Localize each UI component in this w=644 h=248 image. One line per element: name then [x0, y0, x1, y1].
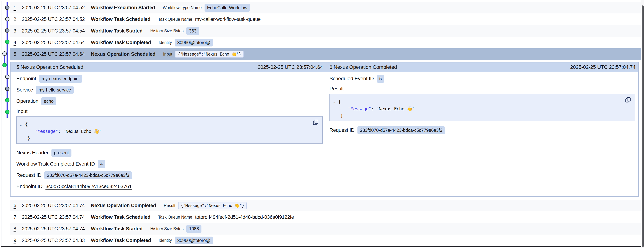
event-attr-label: Result	[164, 203, 175, 208]
event-timestamp: 2025-02-25 UTC 23:57:04.83	[22, 238, 85, 243]
field-wtc-event-id: Workflow Task Completed Event ID 4	[16, 158, 323, 170]
timeline-dot-event-6	[3, 63, 6, 67]
event-detail-completed: 6 Nexus Operation Completed 2025-02-25 U…	[326, 62, 638, 196]
history-event-row-6[interactable]: 6 2025-02-25 UTC 23:57:04.74 Nexus Opera…	[10, 200, 642, 211]
copy-icon[interactable]	[625, 97, 631, 103]
event-name: Workflow Execution Started	[91, 5, 155, 10]
event-detail-header[interactable]: 6 Nexus Operation Completed 2025-02-25 U…	[326, 62, 638, 72]
json-key: "Message"	[35, 129, 58, 134]
json-open-brace: {	[25, 122, 28, 127]
copy-icon[interactable]	[312, 119, 319, 126]
event-attr-label: Task Queue Name	[158, 215, 192, 220]
event-name: Workflow Task Started	[91, 226, 142, 232]
event-id-link[interactable]: 3	[12, 28, 18, 34]
event-timestamp: 2025-02-25 UTC 23:57:04.74	[22, 226, 85, 232]
event-attr-label: Task Queue Name	[158, 17, 192, 22]
event-timestamp: 2025-02-25 UTC 23:57:04.64	[22, 51, 85, 57]
field-service: Service my-hello-service	[16, 84, 323, 95]
field-label: Endpoint	[16, 76, 36, 81]
result-json-viewer: ⌄{ "Message": "Nexus Echo 👋" }	[330, 94, 635, 121]
field-label: Request ID	[16, 172, 42, 178]
event-id-link[interactable]: 6	[12, 203, 18, 209]
event-attr-badge: 30960@totoro@	[175, 237, 213, 244]
event-id-link[interactable]: 1	[12, 5, 18, 10]
collapse-chevron-icon[interactable]: ⌄	[333, 99, 338, 105]
event-id-link[interactable]: 5	[12, 51, 18, 57]
field-label: Nexus Header	[16, 150, 48, 156]
history-event-row-4[interactable]: 4 2025-02-25 UTC 23:57:04.64 Workflow Ta…	[10, 37, 642, 48]
event-attr-label: History Size Bytes	[150, 28, 184, 33]
task-queue-link[interactable]: totoro:f494fecf-2d51-4d48-bdcd-036a0f912…	[195, 215, 294, 220]
event-detail-timestamp: 2025-02-25 UTC 23:57:04.74	[570, 64, 636, 70]
field-operation: Operation echo	[16, 95, 323, 107]
field-request-id: Request ID 283fd070-d57a-4423-bdca-c5c77…	[330, 125, 635, 136]
event-attr-json-badge: {"Message":"Nexus Echo 👋"}	[175, 51, 244, 58]
json-key: "Message"	[348, 106, 371, 111]
event-timestamp: 2025-02-25 UTC 23:57:04.52	[22, 5, 85, 10]
field-label: Request ID	[330, 127, 354, 133]
event-timestamp: 2025-02-25 UTC 23:57:04.64	[22, 40, 85, 45]
history-rows-bottom: 6 2025-02-25 UTC 23:57:04.74 Nexus Opera…	[10, 200, 642, 246]
timeline-dot-event-5	[3, 52, 6, 55]
field-value-badge: my-nexus-endpoint	[39, 75, 82, 83]
vertical-scrollbar-track[interactable]	[641, 0, 644, 248]
event-timeline-graph	[0, 0, 10, 123]
field-nexus-header: Nexus Header present	[16, 147, 323, 158]
event-detail-header[interactable]: 5 Nexus Operation Scheduled 2025-02-25 U…	[10, 62, 326, 72]
task-queue-link[interactable]: my-caller-workflow-task-queue	[195, 16, 260, 22]
input-label: Input	[16, 107, 323, 115]
field-value-badge: 283fd070-d57a-4423-bdca-c5c779e6a3f3	[358, 126, 445, 134]
history-event-row-1[interactable]: 1 2025-02-25 UTC 23:57:04.52 Workflow Ex…	[10, 2, 642, 13]
event-attr-label: Workflow Type Name	[163, 5, 202, 10]
event-name: Workflow Task Scheduled	[91, 16, 150, 22]
event-id-link[interactable]: 8	[12, 226, 18, 232]
event-id-link[interactable]: 2	[12, 16, 18, 22]
timeline-dot-event-4	[6, 40, 9, 44]
history-end-divider	[1, 246, 641, 247]
timeline-dot-event-10	[6, 110, 9, 114]
endpoint-id-link[interactable]: 3c0c75ccfa8144b092c13ce632463761	[46, 184, 132, 189]
field-value-badge: 283fd070-d57a-4423-bdca-c5c779e6a3f3	[44, 171, 132, 179]
field-label: Operation	[16, 98, 38, 104]
history-event-row-7[interactable]: 7 2025-02-25 UTC 23:57:04.74 Workflow Ta…	[10, 211, 642, 223]
history-event-row-2[interactable]: 2 2025-02-25 UTC 23:57:04.52 Workflow Ta…	[10, 13, 642, 25]
event-name: Workflow Task Started	[91, 28, 142, 34]
event-attr-label: Identity	[159, 238, 172, 243]
event-attr-badge: 1088	[186, 225, 202, 233]
collapse-chevron-icon[interactable]: ⌄	[20, 121, 25, 128]
json-close-brace: }	[27, 136, 30, 141]
history-event-row-9[interactable]: 9 2025-02-25 UTC 23:57:04.83 Workflow Ta…	[10, 235, 642, 246]
field-endpoint: Endpoint my-nexus-endpoint	[16, 73, 323, 84]
event-detail-body: Scheduled Event ID 5 Result ⌄{ "Message"…	[326, 72, 638, 196]
json-string-value: "Nexus Echo 👋"	[63, 129, 102, 134]
field-label: Scheduled Event ID	[330, 76, 374, 81]
history-event-row-3[interactable]: 3 2025-02-25 UTC 23:57:04.54 Workflow Ta…	[10, 25, 642, 37]
json-separator: :	[58, 129, 63, 134]
event-name: Workflow Task Completed	[91, 238, 151, 243]
event-detail-panel: 5 Nexus Operation Scheduled 2025-02-25 U…	[10, 62, 639, 197]
event-detail-title: 5 Nexus Operation Scheduled	[16, 64, 83, 70]
history-event-row-5-selected[interactable]: 5 2025-02-25 UTC 23:57:04.64 Nexus Opera…	[10, 48, 642, 60]
event-attr-badge: EchoCallerWorkflow	[204, 4, 250, 12]
event-id-link[interactable]: 9	[12, 238, 18, 243]
vertical-scrollbar-thumb[interactable]	[642, 5, 644, 247]
table-top-border	[1, 1, 641, 1]
field-request-id: Request ID 283fd070-d57a-4423-bdca-c5c77…	[16, 170, 323, 181]
timeline-dot-event-8	[6, 87, 9, 91]
json-string-value: "Nexus Echo 👋"	[376, 106, 415, 111]
timeline-dot-event-7	[6, 75, 9, 79]
field-value-badge: 5	[377, 75, 384, 83]
event-name: Workflow Task Scheduled	[91, 215, 150, 220]
event-detail-title: 6 Nexus Operation Completed	[330, 64, 397, 70]
field-value-badge: 4	[98, 160, 105, 168]
json-close-brace: }	[340, 113, 343, 118]
event-name: Nexus Operation Completed	[91, 203, 156, 209]
field-scheduled-event-id: Scheduled Event ID 5	[330, 73, 635, 84]
result-label: Result	[330, 85, 635, 93]
history-rows-top: 1 2025-02-25 UTC 23:57:04.52 Workflow Ex…	[10, 2, 642, 60]
event-id-link[interactable]: 7	[12, 215, 18, 220]
event-id-link[interactable]: 4	[12, 40, 18, 45]
history-event-row-8[interactable]: 8 2025-02-25 UTC 23:57:04.74 Workflow Ta…	[10, 223, 642, 235]
event-name: Workflow Task Completed	[91, 40, 151, 45]
field-label: Service	[16, 87, 33, 93]
